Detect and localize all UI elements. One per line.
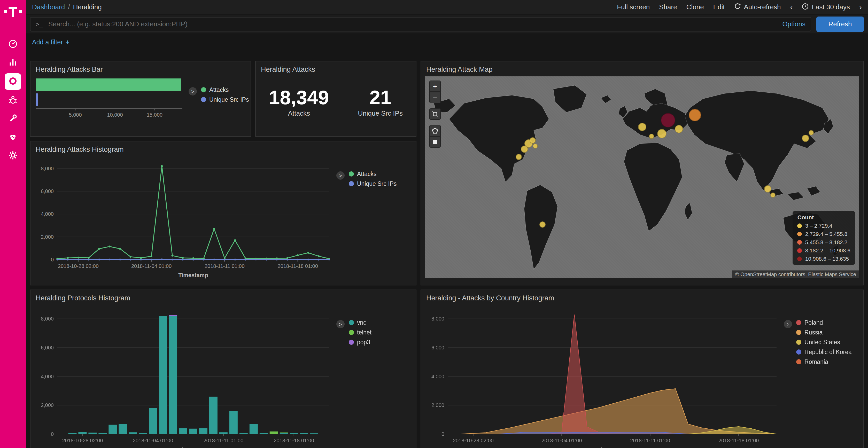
legend-collapse-icon[interactable]: > — [336, 171, 345, 180]
attacks-histogram-chart[interactable]: 02,0004,0006,0008,0002018-10-28 02:00201… — [33, 156, 336, 282]
map-marker[interactable] — [530, 137, 536, 143]
logo-square-left — [4, 10, 7, 13]
map-marker[interactable] — [657, 129, 666, 138]
map-marker[interactable] — [689, 109, 702, 121]
legend-item[interactable]: 3 – 2,729.4 — [798, 222, 850, 229]
legend-item[interactable]: 10,908.6 – 13,635 — [798, 255, 850, 262]
gear-icon — [8, 150, 18, 161]
svg-text:2,000: 2,000 — [431, 402, 444, 408]
sidebar-item-tools[interactable] — [0, 109, 26, 128]
legend-dot — [796, 359, 801, 365]
legend-item-list: vnctelnetpop3 — [349, 319, 371, 448]
legend-label: pop3 — [357, 339, 370, 345]
search-box[interactable]: >_ Options — [30, 17, 811, 31]
legend-dot — [349, 181, 354, 186]
map-controls: + − — [429, 80, 441, 148]
legend-item-list: PolandRussiaUnited StatesRepublic of Kor… — [796, 319, 852, 448]
nav-action-full-screen[interactable]: Full screen — [617, 3, 650, 11]
svg-text:2018-11-18 01:00: 2018-11-18 01:00 — [277, 263, 318, 269]
sidebar-item-health[interactable] — [0, 128, 26, 146]
legend-collapse-icon[interactable]: > — [784, 320, 792, 328]
auto-refresh-control[interactable]: Auto-refresh — [734, 3, 781, 11]
protocols-histogram-chart[interactable]: 02,0004,0006,0008,0002018-10-28 02:00201… — [33, 304, 336, 448]
nav-action-clone[interactable]: Clone — [686, 3, 704, 11]
legend-collapse-icon[interactable]: > — [336, 320, 345, 328]
map-marker[interactable] — [675, 125, 683, 133]
legend-item[interactable]: telnet — [349, 329, 371, 336]
legend-item[interactable]: 2,729.4 – 5,455.8 — [798, 231, 850, 237]
map-fit-bounds-button[interactable] — [429, 108, 441, 120]
panel-title: Heralding Protocols Histogram — [30, 290, 416, 304]
map-draw-rectangle-button[interactable] — [429, 136, 441, 148]
add-filter-link[interactable]: Add a filter — [32, 39, 63, 46]
heralding-dashboard: T — [0, 0, 868, 448]
legend-label: Russia — [804, 329, 823, 336]
sidebar-item-charts[interactable] — [0, 54, 26, 72]
legend-item[interactable]: pop3 — [349, 339, 371, 345]
legend-label: vnc — [357, 319, 366, 326]
map-marker[interactable] — [809, 130, 814, 136]
legend-item[interactable]: United States — [796, 339, 852, 345]
sidebar-item-overview[interactable] — [0, 35, 26, 54]
map-marker[interactable] — [661, 113, 676, 128]
time-range-picker[interactable]: Last 30 days — [802, 3, 850, 11]
panel-heralding-attacks-bar: Heralding Attacks Bar 5,00010,00015,000 … — [30, 61, 251, 137]
query-options-link[interactable]: Options — [782, 20, 805, 28]
map-marker[interactable] — [764, 185, 771, 193]
legend-item[interactable]: 8,182.2 – 10,908.6 — [798, 247, 850, 253]
map-draw-polygon-button[interactable] — [429, 125, 441, 136]
nav-action-share[interactable]: Share — [659, 3, 677, 11]
map-zoom-out-button[interactable]: − — [429, 92, 441, 103]
country-histogram-chart[interactable]: 02,0004,0006,0008,0002018-10-28 02:00201… — [423, 304, 784, 448]
legend-item[interactable]: 5,455.8 – 8,182.2 — [798, 239, 850, 245]
legend-item[interactable]: vnc — [349, 319, 371, 326]
search-input[interactable] — [48, 20, 777, 28]
wrench-icon — [8, 113, 18, 124]
map-attribution[interactable]: © OpenStreetMap contributors, Elastic Ma… — [732, 271, 859, 278]
legend-item[interactable]: Unique Src IPs — [349, 181, 397, 187]
time-back-chevron[interactable]: ‹ — [790, 3, 793, 11]
legend-label: Attacks — [357, 171, 376, 177]
map-marker[interactable] — [649, 133, 654, 139]
legend-item[interactable]: Russia — [796, 329, 852, 336]
add-filter-plus-icon[interactable]: + — [66, 39, 69, 46]
sidebar-item-heralding-active[interactable] — [0, 72, 26, 91]
legend-label: Unique Src IPs — [357, 181, 397, 187]
nav-action-list: Full screenShareCloneEdit — [617, 3, 724, 11]
t-mobile-logo[interactable]: T — [4, 5, 22, 26]
map-zoom-in-button[interactable]: + — [429, 80, 441, 92]
svg-text:2018-11-18 01:00: 2018-11-18 01:00 — [718, 438, 759, 443]
legend-item[interactable]: Poland — [796, 319, 852, 326]
legend-item[interactable]: Romania — [796, 359, 852, 365]
map-marker[interactable] — [802, 135, 809, 142]
legend-label: Poland — [804, 319, 823, 326]
refresh-button[interactable]: Refresh — [816, 16, 864, 32]
map-marker[interactable] — [539, 221, 546, 227]
map-marker[interactable] — [770, 192, 776, 198]
map-marker[interactable] — [638, 123, 646, 131]
legend-item[interactable]: Attacks — [201, 87, 249, 93]
legend-dot — [796, 320, 801, 325]
sidebar-item-honeypot[interactable] — [0, 91, 26, 109]
attacks-bar-chart[interactable]: 5,00010,00015,000 — [34, 75, 189, 129]
map-marker[interactable] — [516, 154, 522, 160]
svg-text:2018-11-11 01:00: 2018-11-11 01:00 — [205, 263, 245, 269]
map-graticule-line — [425, 137, 859, 138]
metric-value: 18,349 — [269, 87, 329, 108]
svg-text:0: 0 — [441, 431, 444, 437]
bar-chart-icon — [8, 58, 18, 68]
map-area[interactable]: + − Count — [425, 76, 859, 278]
legend-label: Republic of Korea — [804, 349, 852, 355]
legend-item[interactable]: Unique Src IPs — [201, 97, 249, 103]
nav-action-edit[interactable]: Edit — [713, 3, 725, 11]
metric-unique-src-ips: 21 Unique Src IPs — [358, 87, 403, 117]
map-marker[interactable] — [532, 143, 537, 148]
legend-collapse-icon[interactable]: > — [189, 87, 197, 96]
legend-item[interactable]: Attacks — [349, 171, 397, 177]
time-forward-chevron[interactable]: › — [859, 3, 862, 11]
breadcrumb-dashboard-link[interactable]: Dashboard — [32, 3, 65, 11]
panel-title: Heralding - Attacks by Country Histogram — [421, 290, 863, 304]
legend-item[interactable]: Republic of Korea — [796, 349, 852, 355]
map-count-legend: Count 3 – 2,729.42,729.4 – 5,455.85,455.… — [793, 211, 855, 265]
sidebar-item-settings[interactable] — [0, 146, 26, 165]
